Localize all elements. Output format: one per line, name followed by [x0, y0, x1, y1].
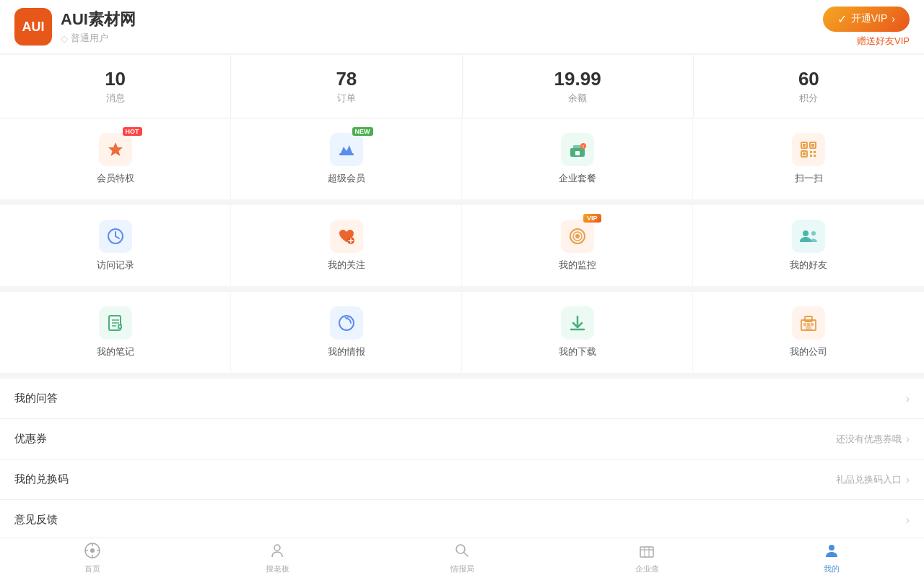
nav-item-enterprise[interactable]: 企业查: [554, 538, 739, 578]
super-vip-icon: [330, 133, 363, 166]
menu-label-membership: 会员特权: [97, 172, 134, 185]
menu-label-friends: 我的好友: [790, 259, 827, 272]
stat-orders[interactable]: 78 订单: [231, 55, 462, 118]
stat-label-points: 积分: [701, 92, 917, 105]
intel-icon: [330, 306, 363, 340]
svg-rect-12: [803, 152, 806, 155]
list-item-redeem[interactable]: 我的兑换码 礼品兑换码入口 ›: [0, 460, 924, 500]
menu-item-super-vip[interactable]: NEW 超级会员: [231, 118, 462, 199]
svg-rect-41: [811, 323, 814, 326]
menu-label-history: 访问记录: [97, 259, 134, 272]
list-item-coupon-label: 优惠券: [14, 432, 47, 446]
diamond-icon: ◇: [61, 33, 68, 44]
chevron-right-icon: ›: [906, 392, 910, 405]
menu-item-follow[interactable]: 我的关注: [231, 205, 462, 286]
svg-rect-1: [339, 153, 354, 155]
nav-label-home: 首页: [84, 564, 100, 574]
nav-label-intel: 情报局: [450, 564, 474, 574]
check-icon: ✓: [837, 12, 847, 26]
svg-rect-14: [814, 151, 816, 153]
nav-item-search-boss[interactable]: 搜老板: [185, 538, 370, 578]
menu-item-enterprise[interactable]: ! 企业套餐: [462, 118, 693, 199]
intel-nav-icon: [454, 543, 470, 562]
home-icon: [84, 543, 100, 562]
menu-item-monitor[interactable]: VIP 我的监控: [462, 205, 693, 286]
membership-icon: [99, 133, 132, 166]
mine-icon: [824, 543, 840, 562]
svg-rect-10: [803, 144, 806, 147]
menu-label-scan: 扫一扫: [795, 172, 823, 185]
list-item-feedback-right: ›: [906, 514, 910, 527]
menu-label-enterprise: 企业套餐: [559, 172, 596, 185]
menu-label-monitor: 我的监控: [559, 259, 596, 272]
menu-label-company: 我的公司: [790, 345, 827, 358]
notes-icon-wrapper: [99, 306, 132, 340]
vip-button[interactable]: ✓ 开通VIP ›: [823, 7, 910, 32]
svg-point-56: [829, 545, 834, 551]
nav-item-mine[interactable]: 我的: [739, 538, 924, 578]
logo: AUI: [14, 8, 52, 46]
monitor-icon-wrapper: VIP: [561, 220, 594, 253]
monitor-icon: [561, 220, 594, 253]
list-item-coupon[interactable]: 优惠券 还没有优惠券哦 ›: [0, 419, 924, 460]
stat-num-orders: 78: [238, 68, 454, 90]
list-item-redeem-right: 礼品兑换码入口 ›: [836, 473, 910, 486]
menu-item-friends[interactable]: 我的好友: [693, 205, 924, 286]
svg-rect-11: [811, 144, 814, 147]
menu-label-intel: 我的情报: [328, 345, 365, 358]
menu-item-membership[interactable]: HOT 会员特权: [0, 118, 231, 199]
menu-label-super-vip: 超级会员: [328, 172, 365, 185]
header-right: ✓ 开通VIP › 赠送好友VIP: [823, 7, 910, 48]
list-item-qa-right: ›: [906, 392, 910, 405]
svg-rect-13: [810, 151, 812, 153]
chevron-right-icon: ›: [906, 473, 910, 486]
site-title: AUI素材网: [61, 9, 136, 30]
menu-item-history[interactable]: 访问记录: [0, 205, 231, 286]
list-item-qa-label: 我的问答: [14, 392, 58, 405]
super-vip-icon-wrapper: NEW: [330, 133, 363, 166]
coupon-status-text: 还没有优惠券哦: [836, 433, 902, 446]
svg-point-27: [811, 231, 816, 236]
svg-point-26: [803, 230, 808, 236]
svg-point-25: [575, 234, 580, 238]
stat-label-balance: 余额: [470, 92, 686, 105]
search-boss-icon: [269, 543, 285, 562]
menu-row-1: HOT 会员特权 NEW 超级会员 !: [0, 118, 924, 205]
notes-icon: [99, 306, 132, 340]
scan-icon: [792, 133, 825, 166]
stat-points[interactable]: 60 积分: [694, 55, 924, 118]
company-icon: [792, 306, 825, 340]
svg-line-19: [116, 236, 119, 238]
stat-balance[interactable]: 19.99 余额: [463, 55, 694, 118]
menu-item-intel[interactable]: 我的情报: [231, 292, 462, 373]
menu-item-download[interactable]: 我的下载: [462, 292, 693, 373]
nav-label-enterprise: 企业查: [635, 564, 659, 574]
stat-num-balance: 19.99: [470, 68, 686, 90]
svg-rect-16: [814, 155, 816, 157]
menu-item-company[interactable]: 我的公司: [693, 292, 924, 373]
enterprise-icon-wrapper: !: [561, 133, 594, 166]
stat-messages[interactable]: 10 消息: [0, 55, 231, 118]
header: AUI AUI素材网 ◇ 普通用户 ✓ 开通VIP › 赠送好友VIP: [0, 0, 924, 54]
nav-item-home[interactable]: 首页: [0, 538, 185, 578]
menu-item-scan[interactable]: 扫一扫: [693, 118, 924, 199]
user-type: ◇ 普通用户: [61, 32, 136, 45]
menu-row-2: 访问记录 我的关注 VIP: [0, 205, 924, 292]
friends-icon-wrapper: [792, 220, 825, 253]
list-item-feedback[interactable]: 意见反馈 ›: [0, 500, 924, 540]
membership-icon-wrapper: HOT: [99, 133, 132, 166]
gift-vip-link[interactable]: 赠送好友VIP: [857, 35, 910, 48]
company-icon-wrapper: [792, 306, 825, 340]
list-item-feedback-label: 意见反馈: [14, 513, 58, 527]
stat-num-messages: 10: [7, 68, 223, 90]
follow-icon: [330, 220, 363, 253]
list-item-redeem-label: 我的兑换码: [14, 473, 69, 486]
svg-rect-15: [810, 155, 812, 157]
menu-item-notes[interactable]: 我的笔记: [0, 292, 231, 373]
svg-point-49: [274, 545, 280, 551]
svg-rect-40: [807, 323, 810, 326]
scan-icon-wrapper: [792, 133, 825, 166]
nav-item-intel[interactable]: 情报局: [370, 538, 554, 578]
list-item-qa[interactable]: 我的问答 ›: [0, 379, 924, 419]
svg-rect-52: [640, 547, 653, 557]
